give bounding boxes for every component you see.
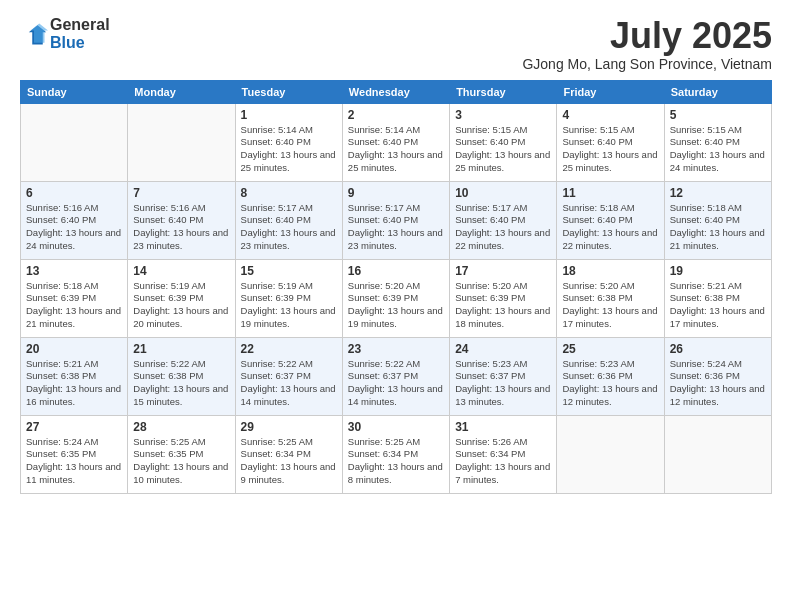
- calendar-cell: 27Sunrise: 5:24 AM Sunset: 6:35 PM Dayli…: [21, 415, 128, 493]
- calendar-cell: 10Sunrise: 5:17 AM Sunset: 6:40 PM Dayli…: [450, 181, 557, 259]
- calendar-week-2: 6Sunrise: 5:16 AM Sunset: 6:40 PM Daylig…: [21, 181, 772, 259]
- day-info: Sunrise: 5:14 AM Sunset: 6:40 PM Dayligh…: [348, 124, 444, 175]
- day-number: 10: [455, 186, 551, 200]
- day-number: 1: [241, 108, 337, 122]
- day-number: 21: [133, 342, 229, 356]
- day-number: 17: [455, 264, 551, 278]
- header-wednesday: Wednesday: [342, 80, 449, 103]
- calendar-week-3: 13Sunrise: 5:18 AM Sunset: 6:39 PM Dayli…: [21, 259, 772, 337]
- day-number: 2: [348, 108, 444, 122]
- calendar-week-4: 20Sunrise: 5:21 AM Sunset: 6:38 PM Dayli…: [21, 337, 772, 415]
- calendar-cell: [128, 103, 235, 181]
- day-info: Sunrise: 5:21 AM Sunset: 6:38 PM Dayligh…: [670, 280, 766, 331]
- calendar-cell: 28Sunrise: 5:25 AM Sunset: 6:35 PM Dayli…: [128, 415, 235, 493]
- day-info: Sunrise: 5:15 AM Sunset: 6:40 PM Dayligh…: [670, 124, 766, 175]
- calendar-cell: 12Sunrise: 5:18 AM Sunset: 6:40 PM Dayli…: [664, 181, 771, 259]
- calendar-cell: 6Sunrise: 5:16 AM Sunset: 6:40 PM Daylig…: [21, 181, 128, 259]
- logo-icon: [20, 20, 48, 48]
- day-info: Sunrise: 5:18 AM Sunset: 6:40 PM Dayligh…: [562, 202, 658, 253]
- header-tuesday: Tuesday: [235, 80, 342, 103]
- day-info: Sunrise: 5:21 AM Sunset: 6:38 PM Dayligh…: [26, 358, 122, 409]
- day-info: Sunrise: 5:16 AM Sunset: 6:40 PM Dayligh…: [26, 202, 122, 253]
- calendar-cell: 15Sunrise: 5:19 AM Sunset: 6:39 PM Dayli…: [235, 259, 342, 337]
- day-number: 15: [241, 264, 337, 278]
- header-thursday: Thursday: [450, 80, 557, 103]
- day-number: 22: [241, 342, 337, 356]
- day-info: Sunrise: 5:25 AM Sunset: 6:34 PM Dayligh…: [348, 436, 444, 487]
- day-number: 16: [348, 264, 444, 278]
- day-number: 9: [348, 186, 444, 200]
- day-number: 5: [670, 108, 766, 122]
- day-info: Sunrise: 5:24 AM Sunset: 6:35 PM Dayligh…: [26, 436, 122, 487]
- calendar-cell: 2Sunrise: 5:14 AM Sunset: 6:40 PM Daylig…: [342, 103, 449, 181]
- logo-general: General: [50, 16, 110, 34]
- day-number: 8: [241, 186, 337, 200]
- calendar-cell: 11Sunrise: 5:18 AM Sunset: 6:40 PM Dayli…: [557, 181, 664, 259]
- day-info: Sunrise: 5:22 AM Sunset: 6:38 PM Dayligh…: [133, 358, 229, 409]
- day-number: 14: [133, 264, 229, 278]
- header-monday: Monday: [128, 80, 235, 103]
- calendar-cell: [557, 415, 664, 493]
- calendar-cell: 31Sunrise: 5:26 AM Sunset: 6:34 PM Dayli…: [450, 415, 557, 493]
- calendar-cell: 23Sunrise: 5:22 AM Sunset: 6:37 PM Dayli…: [342, 337, 449, 415]
- calendar-cell: 25Sunrise: 5:23 AM Sunset: 6:36 PM Dayli…: [557, 337, 664, 415]
- month-title: July 2025: [522, 16, 772, 56]
- day-number: 30: [348, 420, 444, 434]
- calendar-cell: 18Sunrise: 5:20 AM Sunset: 6:38 PM Dayli…: [557, 259, 664, 337]
- day-number: 25: [562, 342, 658, 356]
- day-info: Sunrise: 5:22 AM Sunset: 6:37 PM Dayligh…: [241, 358, 337, 409]
- calendar-header-row: SundayMondayTuesdayWednesdayThursdayFrid…: [21, 80, 772, 103]
- calendar: SundayMondayTuesdayWednesdayThursdayFrid…: [20, 80, 772, 494]
- title-section: July 2025 GJong Mo, Lang Son Province, V…: [522, 16, 772, 72]
- day-number: 26: [670, 342, 766, 356]
- day-info: Sunrise: 5:15 AM Sunset: 6:40 PM Dayligh…: [455, 124, 551, 175]
- day-number: 3: [455, 108, 551, 122]
- day-number: 24: [455, 342, 551, 356]
- day-info: Sunrise: 5:24 AM Sunset: 6:36 PM Dayligh…: [670, 358, 766, 409]
- logo: General Blue: [20, 16, 110, 51]
- calendar-cell: 1Sunrise: 5:14 AM Sunset: 6:40 PM Daylig…: [235, 103, 342, 181]
- day-info: Sunrise: 5:18 AM Sunset: 6:39 PM Dayligh…: [26, 280, 122, 331]
- calendar-cell: 21Sunrise: 5:22 AM Sunset: 6:38 PM Dayli…: [128, 337, 235, 415]
- day-number: 27: [26, 420, 122, 434]
- calendar-week-5: 27Sunrise: 5:24 AM Sunset: 6:35 PM Dayli…: [21, 415, 772, 493]
- day-number: 23: [348, 342, 444, 356]
- day-info: Sunrise: 5:15 AM Sunset: 6:40 PM Dayligh…: [562, 124, 658, 175]
- calendar-cell: 16Sunrise: 5:20 AM Sunset: 6:39 PM Dayli…: [342, 259, 449, 337]
- day-number: 31: [455, 420, 551, 434]
- day-info: Sunrise: 5:18 AM Sunset: 6:40 PM Dayligh…: [670, 202, 766, 253]
- day-info: Sunrise: 5:20 AM Sunset: 6:38 PM Dayligh…: [562, 280, 658, 331]
- day-number: 29: [241, 420, 337, 434]
- day-info: Sunrise: 5:25 AM Sunset: 6:35 PM Dayligh…: [133, 436, 229, 487]
- page: General Blue July 2025 GJong Mo, Lang So…: [0, 0, 792, 612]
- calendar-cell: 19Sunrise: 5:21 AM Sunset: 6:38 PM Dayli…: [664, 259, 771, 337]
- day-info: Sunrise: 5:19 AM Sunset: 6:39 PM Dayligh…: [133, 280, 229, 331]
- calendar-cell: 17Sunrise: 5:20 AM Sunset: 6:39 PM Dayli…: [450, 259, 557, 337]
- day-number: 6: [26, 186, 122, 200]
- calendar-cell: 7Sunrise: 5:16 AM Sunset: 6:40 PM Daylig…: [128, 181, 235, 259]
- day-info: Sunrise: 5:17 AM Sunset: 6:40 PM Dayligh…: [348, 202, 444, 253]
- header: General Blue July 2025 GJong Mo, Lang So…: [20, 16, 772, 72]
- day-info: Sunrise: 5:16 AM Sunset: 6:40 PM Dayligh…: [133, 202, 229, 253]
- day-number: 13: [26, 264, 122, 278]
- day-info: Sunrise: 5:19 AM Sunset: 6:39 PM Dayligh…: [241, 280, 337, 331]
- logo-text: General Blue: [50, 16, 110, 51]
- calendar-cell: 3Sunrise: 5:15 AM Sunset: 6:40 PM Daylig…: [450, 103, 557, 181]
- day-number: 4: [562, 108, 658, 122]
- day-info: Sunrise: 5:26 AM Sunset: 6:34 PM Dayligh…: [455, 436, 551, 487]
- day-number: 18: [562, 264, 658, 278]
- calendar-week-1: 1Sunrise: 5:14 AM Sunset: 6:40 PM Daylig…: [21, 103, 772, 181]
- header-saturday: Saturday: [664, 80, 771, 103]
- calendar-cell: [664, 415, 771, 493]
- calendar-cell: 29Sunrise: 5:25 AM Sunset: 6:34 PM Dayli…: [235, 415, 342, 493]
- calendar-cell: 24Sunrise: 5:23 AM Sunset: 6:37 PM Dayli…: [450, 337, 557, 415]
- day-number: 20: [26, 342, 122, 356]
- calendar-cell: 20Sunrise: 5:21 AM Sunset: 6:38 PM Dayli…: [21, 337, 128, 415]
- day-info: Sunrise: 5:23 AM Sunset: 6:37 PM Dayligh…: [455, 358, 551, 409]
- day-info: Sunrise: 5:17 AM Sunset: 6:40 PM Dayligh…: [241, 202, 337, 253]
- header-sunday: Sunday: [21, 80, 128, 103]
- day-number: 19: [670, 264, 766, 278]
- location-title: GJong Mo, Lang Son Province, Vietnam: [522, 56, 772, 72]
- header-friday: Friday: [557, 80, 664, 103]
- day-info: Sunrise: 5:14 AM Sunset: 6:40 PM Dayligh…: [241, 124, 337, 175]
